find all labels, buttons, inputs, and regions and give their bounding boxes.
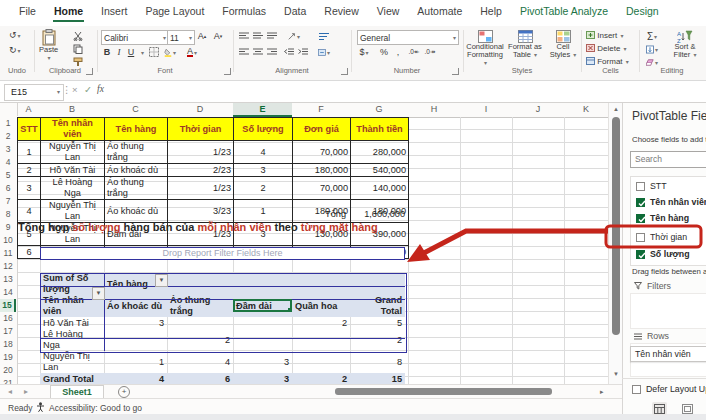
row-header[interactable]: 17 [0,325,16,338]
pivot-cell[interactable] [233,329,292,351]
col-header-i[interactable]: I [460,103,512,116]
tab-file[interactable]: File [10,2,45,22]
header-cell[interactable]: STT [18,118,41,141]
pivot-cell[interactable]: 2 [292,317,350,329]
pivot-row-label[interactable]: Nguyễn Thị Lan [40,351,104,373]
defer-layout-update[interactable]: Defer Layout Update [632,384,706,394]
align-middle-icon[interactable] [252,30,264,42]
row-header[interactable]: 13 [0,273,16,286]
cell[interactable]: 6 [18,246,41,259]
decrease-indent-icon[interactable] [283,46,295,58]
currency-format-icon[interactable]: $▾ [358,46,370,58]
col-header-e[interactable]: E [233,103,292,117]
field-item-thoi-gian[interactable]: Thời gian [636,231,687,243]
wrap-text-icon[interactable] [318,30,330,42]
tab-home[interactable]: Home [45,2,92,22]
tab-pivottable-analyze[interactable]: PivotTable Analyze [511,2,617,22]
row-header[interactable]: 6 [0,182,16,195]
tab-view[interactable]: View [368,2,409,22]
row-header[interactable]: 2 [0,130,16,143]
cell[interactable]: 2 [234,177,293,200]
pivot-cell[interactable]: 1 [104,351,167,373]
header-cell[interactable]: Tên nhân viên [41,118,105,141]
pivot-cell[interactable]: 3 [233,351,292,373]
row-header[interactable]: 14 [0,286,16,299]
cell[interactable]: 70,000 [293,141,351,164]
horizontal-scrollbar-thumb[interactable] [335,388,552,395]
cell[interactable]: 180,000 [293,164,351,177]
cell[interactable]: Áo thung trắng [105,177,168,200]
header-cell[interactable]: Số lượng [234,118,293,141]
merge-center-icon[interactable]: ▾ [318,46,330,58]
copy-icon[interactable] [72,43,84,55]
checkbox-unchecked[interactable] [636,182,645,191]
cell[interactable]: 1/23 [168,141,234,164]
pane-layout-icon-1[interactable] [652,402,667,415]
pivot-cell[interactable]: 8 [350,351,405,373]
cell[interactable]: 3 [234,164,293,177]
bold-button[interactable]: B [101,46,113,58]
delete-cells-button[interactable]: Delete ▾ [586,44,627,53]
pivot-cell[interactable] [292,329,350,351]
tab-help[interactable]: Help [471,2,511,22]
checkbox-unchecked[interactable] [636,233,645,242]
row-header[interactable]: 11 [0,247,16,260]
cell[interactable]: 70,000 [293,177,351,200]
tab-review[interactable]: Review [315,2,367,22]
row-header[interactable]: 12 [0,260,16,273]
select-all-corner[interactable] [0,103,18,116]
fill-handle[interactable] [288,308,292,312]
row-header[interactable]: 8 [0,208,16,221]
sheet-nav-next-icon[interactable]: ▸ [24,387,28,396]
rows-field-pill[interactable]: Tên nhân viên [630,346,706,362]
pivot-cell[interactable] [167,317,233,329]
align-left-icon[interactable] [238,46,250,58]
col-header-b[interactable]: B [40,103,104,116]
pivot-cell[interactable]: 2 [350,329,405,351]
sort-filter-button[interactable]: AZ Sort & Filter ▾ [668,30,702,59]
cell[interactable]: 1 [18,141,41,164]
align-bottom-icon[interactable] [266,30,278,42]
tab-automate[interactable]: Automate [408,2,471,22]
col-header-a[interactable]: A [17,103,40,116]
header-cell[interactable]: Tên hàng [105,118,168,141]
cell[interactable]: 3 [18,177,41,200]
checkbox-unchecked[interactable] [632,385,641,394]
col-header-g[interactable]: G [350,103,408,116]
column-field-filter-dropdown[interactable]: ▼ [155,274,168,287]
increase-decimal-icon[interactable]: .0↞ [408,46,420,58]
cell[interactable]: 280,000 [351,141,409,164]
cell[interactable]: Áo khoác dù [105,164,168,177]
borders-icon[interactable] [148,46,160,58]
fill-icon[interactable]: ▾ [646,43,658,55]
pivot-row-label[interactable]: Hồ Văn Tài [40,317,104,329]
accessibility-status[interactable]: Accessibility: Good to go [49,403,142,413]
filters-drop-area[interactable] [630,293,706,329]
row-header[interactable]: 19 [0,351,16,364]
cell[interactable]: Lê Hoàng Nga [41,177,105,200]
field-item-stt[interactable]: STT [636,180,667,192]
cell[interactable]: Áo thung trắng [105,141,168,164]
align-center-icon[interactable] [252,46,264,58]
name-box[interactable]: E15 ▾ [4,84,64,101]
cell[interactable]: 540,000 [351,164,409,177]
pivot-cell[interactable]: 5 [350,317,405,329]
col-header-d[interactable]: D [167,103,233,116]
header-cell[interactable]: Thành tiền [351,118,409,141]
field-item-ten-hang[interactable]: Tên hàng [636,212,689,224]
pivot-cell[interactable] [104,329,167,351]
row-field-filter-dropdown[interactable]: ▼ [92,287,105,300]
pivot-cell[interactable]: 4 [167,351,233,373]
pane-layout-icon-2[interactable] [680,402,695,415]
font-color-icon[interactable]: A▾ [186,46,198,58]
enter-icon[interactable]: ✓ [84,84,92,95]
tab-formulas[interactable]: Formulas [213,2,275,22]
redo-icon[interactable]: ↻▾ [9,45,21,55]
italic-button[interactable]: I [113,46,125,58]
format-as-table-button[interactable]: Format as Table ▾ [506,30,544,59]
insert-cells-button[interactable]: Insert ▾ [586,31,624,40]
cell[interactable]: Hồ Văn Tài [41,164,105,177]
pivot-cell[interactable] [233,317,292,329]
row-header[interactable]: 7 [0,195,16,208]
cell[interactable]: 2/23 [168,164,234,177]
